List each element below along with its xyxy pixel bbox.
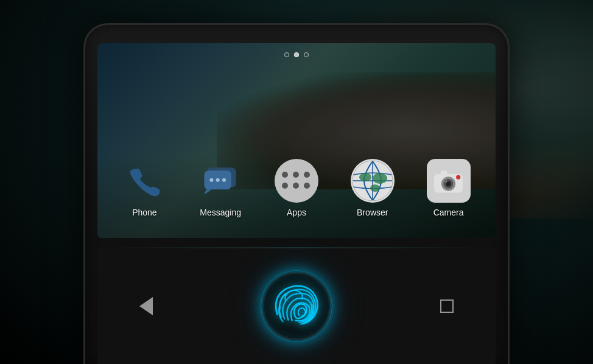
phone-app-icon (122, 159, 166, 203)
camera-app-icon (427, 159, 471, 203)
page-dot-1 (284, 52, 289, 57)
apps-dot-5 (293, 183, 299, 189)
svg-point-3 (210, 178, 214, 181)
svg-point-17 (445, 180, 447, 183)
app-item-camera[interactable]: Camera (421, 159, 476, 217)
svg-marker-2 (205, 189, 212, 195)
back-icon (139, 297, 153, 315)
svg-point-10 (373, 173, 387, 184)
back-button[interactable] (134, 294, 158, 318)
browser-app-label: Browser (357, 208, 388, 217)
messaging-app-label: Messaging (200, 208, 241, 217)
svg-point-19 (456, 175, 460, 179)
camera-icon (432, 167, 465, 195)
page-dot-3 (304, 52, 309, 57)
svg-point-9 (359, 173, 371, 181)
apps-dot-2 (293, 172, 299, 178)
app-item-phone[interactable]: Phone (117, 159, 172, 217)
fingerprint-icon (269, 279, 324, 334)
recents-button[interactable] (435, 294, 459, 318)
apps-app-label: Apps (287, 208, 306, 217)
apps-app-icon (275, 159, 318, 203)
recents-icon (440, 299, 454, 313)
app-item-apps[interactable]: Apps (269, 159, 324, 217)
apps-row: Phone (97, 153, 496, 238)
apps-grid-icon (282, 172, 311, 190)
phone-app-label: Phone (132, 208, 156, 217)
messaging-icon (202, 164, 239, 198)
nav-bar (97, 248, 496, 364)
svg-point-5 (222, 178, 226, 181)
phone-bezel: Phone (83, 23, 510, 364)
browser-app-icon (351, 159, 395, 203)
svg-rect-18 (441, 170, 447, 175)
svg-point-11 (370, 184, 380, 192)
svg-point-4 (216, 178, 220, 181)
apps-dot-6 (304, 183, 310, 189)
page-dots (284, 52, 309, 57)
page-dot-2 (294, 52, 299, 57)
phone-icon (128, 164, 161, 198)
app-item-messaging[interactable]: Messaging (193, 159, 248, 217)
home-fingerprint-button[interactable] (263, 273, 330, 340)
camera-app-label: Camera (433, 208, 464, 217)
apps-dot-1 (282, 172, 288, 178)
messaging-app-icon (198, 159, 242, 203)
apps-dot-4 (282, 183, 288, 189)
phone-screen: Phone (97, 43, 496, 238)
app-item-browser[interactable]: Browser (345, 159, 400, 217)
phone-container: Phone (0, 0, 593, 364)
browser-globe-icon (352, 160, 393, 201)
apps-dot-3 (304, 172, 310, 178)
